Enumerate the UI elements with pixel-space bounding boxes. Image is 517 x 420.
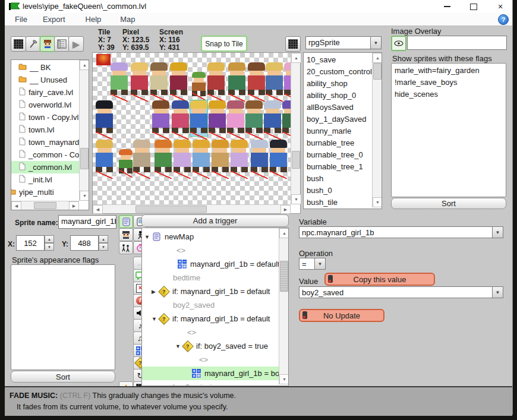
trigger-tree-row[interactable]: ▶?if: maynard_girl_1b = default [142, 285, 279, 298]
trigger-character-button[interactable] [119, 228, 133, 241]
sprite-list-item[interactable]: ability_shop_0 [304, 90, 372, 102]
sprite-cell[interactable] [245, 100, 263, 136]
sprite-cell[interactable] [228, 62, 245, 98]
tool-play-button[interactable]: ▶ [68, 36, 84, 52]
tool-list-button[interactable] [54, 36, 70, 52]
sprite-cell[interactable] [174, 140, 191, 175]
trigger-tree-row[interactable]: boy2_missing [142, 380, 279, 386]
scrollbar-thumb[interactable] [135, 206, 207, 213]
sprite-list-item[interactable]: 20_custom_control [304, 66, 372, 78]
trigger-tree-row[interactable]: ▼newMap [142, 230, 279, 244]
trigger-tree-row[interactable]: ▼?if: boy2_saved = true [142, 339, 279, 353]
sprite-name-input[interactable]: maynard_girl_1b [58, 215, 116, 229]
sprite-list-item[interactable]: bunny_marle [304, 125, 372, 137]
maximize-button[interactable] [464, 0, 484, 13]
sprite-cell[interactable] [192, 72, 206, 97]
trigger-script-button[interactable] [119, 215, 133, 228]
sprite-cell[interactable] [133, 140, 150, 175]
sprite-list-item[interactable]: burnable_tree_1 [304, 161, 372, 173]
sprite-cell[interactable] [266, 62, 283, 98]
flag-list-item[interactable]: marle_with=fairy_garden [392, 65, 506, 77]
y-stepper[interactable]: 488 ▲ ▼ [70, 235, 108, 251]
sprite-list-vscrollbar[interactable]: ▲ ▼ [372, 53, 382, 207]
chevron-down-icon[interactable]: ▼ [314, 258, 326, 270]
grid-toggle-button[interactable] [285, 36, 301, 52]
trigger-walk-group-button[interactable] [119, 241, 133, 254]
value-dropdown[interactable]: boy2_saved ▼ [299, 286, 503, 298]
sprite-cell[interactable] [282, 100, 291, 136]
add-trigger-button[interactable]: Add a trigger [141, 214, 289, 227]
fire-sprite[interactable] [96, 54, 111, 65]
file-tree-item[interactable]: town - Copy.lvl [11, 111, 79, 124]
sprite-cell[interactable] [190, 100, 207, 136]
minimize-button[interactable] [437, 0, 457, 13]
y-down-arrow[interactable]: ▼ [99, 243, 108, 251]
scroll-down-arrow[interactable]: ▼ [80, 191, 89, 201]
sprite-sheet-canvas[interactable] [93, 53, 291, 204]
file-tree-item[interactable]: town_maynard [11, 136, 79, 149]
scroll-down-arrow[interactable]: ▼ [279, 374, 289, 384]
y-up-arrow[interactable]: ▲ [99, 235, 108, 243]
sheet-vscrollbar[interactable]: ▲ ▼ [291, 53, 300, 204]
trigger-tree-row[interactable]: boy2_saved [142, 298, 279, 312]
sprite-list-item[interactable]: bush_tile [304, 197, 372, 209]
sprite-cell[interactable] [251, 140, 268, 175]
snap-to-tile-button[interactable]: Snap to Tile [201, 36, 247, 52]
sprite-cell[interactable] [270, 140, 287, 175]
trigger-tree-row[interactable]: bedtime [142, 271, 279, 285]
y-value[interactable]: 488 [70, 235, 99, 251]
scroll-up-arrow[interactable]: ▲ [291, 53, 301, 63]
chevron-down-icon[interactable]: ▼ [492, 286, 503, 298]
sprite-list-item[interactable]: 10_save [304, 54, 372, 66]
scroll-up-arrow[interactable]: ▲ [373, 53, 382, 63]
x-up-arrow[interactable]: ▲ [45, 235, 54, 243]
sprite-cell[interactable] [96, 140, 113, 175]
trigger-tree-row[interactable]: +−×÷maynard_girl_1b = default [142, 257, 279, 271]
sprite-list-item[interactable]: allBoysSaved [304, 102, 372, 113]
x-down-arrow[interactable]: ▼ [45, 243, 54, 251]
scrollbar-thumb[interactable] [373, 63, 382, 80]
tool-axe-button[interactable] [26, 36, 41, 52]
copy-value-button[interactable]: Copy this value [324, 273, 435, 286]
menu-file[interactable]: File [10, 14, 32, 25]
sprite-list-item[interactable]: burnable_tree_0 [304, 149, 372, 161]
menu-map[interactable]: Map [115, 14, 140, 25]
scroll-down-arrow[interactable]: ▼ [291, 194, 301, 204]
scroll-left-arrow[interactable]: ◀ [93, 205, 103, 214]
scroll-down-arrow[interactable]: ▼ [373, 197, 382, 207]
sprite-cell[interactable] [119, 149, 133, 174]
file-tree-item[interactable]: _common.lvl [11, 161, 79, 173]
sprite-cell[interactable] [207, 62, 225, 98]
sprite-list-item[interactable]: burnable_tree [304, 137, 372, 149]
trigger-tree-row[interactable]: <> [142, 326, 279, 339]
scroll-up-arrow[interactable]: ▲ [279, 228, 289, 238]
scrollbar-thumb[interactable] [34, 202, 56, 209]
overlay-eye-button[interactable] [391, 36, 406, 51]
sprite-cell[interactable] [231, 140, 248, 175]
scrollbar-thumb[interactable] [280, 261, 288, 292]
sprite-cell[interactable] [212, 140, 229, 175]
sprite-cell[interactable] [170, 62, 187, 98]
sprite-cell[interactable] [155, 140, 172, 175]
flag-list-item[interactable]: hide_scenes [392, 89, 506, 100]
sprite-cell[interactable] [227, 100, 244, 136]
chevron-down-icon[interactable]: ▼ [492, 226, 503, 238]
file-tree-item[interactable]: __ Unused [11, 74, 79, 86]
file-tree-item[interactable]: _common - Co [11, 149, 79, 161]
x-value[interactable]: 152 [16, 235, 45, 251]
menu-export[interactable]: Export [38, 14, 70, 25]
trigger-tree-row[interactable]: <> [142, 244, 279, 257]
scroll-left-arrow[interactable]: ◀ [11, 201, 21, 210]
appearance-sort-button[interactable]: Sort [11, 371, 115, 383]
sprite-cell[interactable] [111, 62, 128, 98]
file-tree-item[interactable]: yipe_multi [11, 186, 79, 198]
sprite-list-item[interactable]: ability_shop [304, 78, 372, 90]
scrollbar-thumb[interactable] [80, 148, 89, 169]
sprite-cell[interactable] [96, 100, 113, 136]
tool-grid-button[interactable] [11, 36, 26, 52]
sprite-list-item[interactable]: bush_0 [304, 185, 372, 197]
file-tree-item[interactable]: fairy_cave.lvl [11, 86, 79, 99]
trigger-vscrollbar[interactable]: ▲ ▼ [279, 228, 288, 384]
scrollbar-thumb[interactable] [292, 151, 300, 169]
image-overlay-input[interactable] [407, 36, 507, 50]
